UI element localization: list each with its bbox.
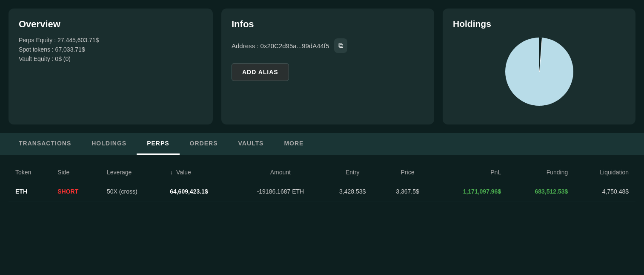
holdings-pie-chart bbox=[497, 29, 582, 114]
copy-address-button[interactable]: ⧉ bbox=[334, 38, 347, 53]
col-liquidation: Liquidation bbox=[575, 164, 635, 181]
perps-equity: Perps Equity : 27,445,603.71$ bbox=[19, 37, 203, 43]
col-value: ↓ Value bbox=[163, 164, 237, 181]
holdings-title: Holdings bbox=[453, 19, 625, 29]
overview-title: Overview bbox=[19, 19, 203, 30]
cell-entry: 3,428.53$ bbox=[324, 181, 381, 202]
perps-table: Token Side Leverage ↓ Value Amount Entry… bbox=[9, 164, 635, 202]
col-price: Price bbox=[381, 164, 434, 181]
col-token: Token bbox=[9, 164, 51, 181]
address-row: Address : 0x20C2d95a...99dA44f5 ⧉ bbox=[232, 38, 424, 53]
cell-funding: 683,512.53$ bbox=[508, 181, 575, 202]
pie-chart-container bbox=[453, 29, 625, 114]
col-entry: Entry bbox=[324, 164, 381, 181]
cell-value: 64,609,423.1$ bbox=[163, 181, 237, 202]
col-leverage: Leverage bbox=[100, 164, 163, 181]
nav-tabs: TRANSACTIONS HOLDINGS PERPS ORDERS VAULT… bbox=[0, 133, 644, 155]
cell-price: 3,367.5$ bbox=[381, 181, 434, 202]
table-header: Token Side Leverage ↓ Value Amount Entry… bbox=[9, 164, 635, 181]
tab-perps[interactable]: PERPS bbox=[137, 133, 179, 155]
cell-amount: -19186.1687 ETH bbox=[237, 181, 324, 202]
table-body: ETH SHORT 50X (cross) 64,609,423.1$ -191… bbox=[9, 181, 635, 202]
col-funding: Funding bbox=[508, 164, 575, 181]
tab-more[interactable]: MORE bbox=[274, 133, 314, 155]
tab-transactions[interactable]: TRANSACTIONS bbox=[9, 133, 81, 155]
col-pnl: PnL bbox=[434, 164, 508, 181]
col-side: Side bbox=[51, 164, 100, 181]
col-amount: Amount bbox=[237, 164, 324, 181]
tab-holdings[interactable]: HOLDINGS bbox=[81, 133, 137, 155]
cell-side: SHORT bbox=[51, 181, 100, 202]
infos-title: Infos bbox=[232, 19, 424, 30]
spot-tokens: Spot tokens : 67,033.71$ bbox=[19, 46, 203, 53]
cell-token: ETH bbox=[9, 181, 51, 202]
vault-equity: Vault Equity : 0$ (0) bbox=[19, 55, 203, 62]
tab-vaults[interactable]: VAULTS bbox=[228, 133, 274, 155]
tab-orders[interactable]: ORDERS bbox=[180, 133, 228, 155]
add-alias-button[interactable]: ADD ALIAS bbox=[232, 63, 289, 81]
sort-icon: ↓ bbox=[170, 169, 173, 176]
side-badge: SHORT bbox=[57, 188, 78, 195]
overview-card: Overview Perps Equity : 27,445,603.71$ S… bbox=[9, 9, 213, 124]
copy-icon: ⧉ bbox=[338, 42, 343, 49]
infos-card: Infos Address : 0x20C2d95a...99dA44f5 ⧉ … bbox=[221, 9, 434, 124]
cell-leverage: 50X (cross) bbox=[100, 181, 163, 202]
address-text: Address : 0x20C2d95a...99dA44f5 bbox=[232, 42, 329, 49]
cell-liquidation: 4,750.48$ bbox=[575, 181, 635, 202]
holdings-card: Holdings bbox=[443, 9, 635, 124]
cell-pnl: 1,171,097.96$ bbox=[434, 181, 508, 202]
table-section: Token Side Leverage ↓ Value Amount Entry… bbox=[0, 155, 644, 211]
table-row: ETH SHORT 50X (cross) 64,609,423.1$ -191… bbox=[9, 181, 635, 202]
